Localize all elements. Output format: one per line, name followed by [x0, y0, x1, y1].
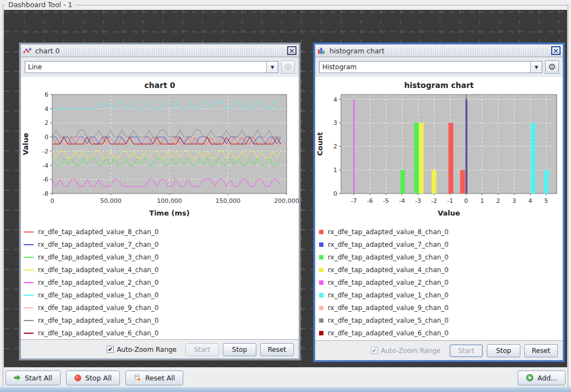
stop-all-label: Stop All — [85, 374, 112, 382]
line-chart-icon — [23, 47, 32, 54]
svg-text:-5: -5 — [383, 197, 389, 205]
svg-text:50,000: 50,000 — [100, 197, 122, 205]
svg-text:Value: Value — [438, 209, 460, 217]
auto-zoom-wrap: ✔ Auto-Zoom Range — [107, 346, 177, 354]
svg-text:-7: -7 — [351, 197, 357, 205]
legend-item: rx_dfe_tap_adapted_value_4_chan_0 — [315, 263, 563, 276]
close-button[interactable] — [551, 46, 561, 55]
svg-text:3: 3 — [512, 197, 516, 205]
svg-text:2: 2 — [333, 143, 337, 150]
svg-text:Time (ms): Time (ms) — [149, 209, 189, 217]
legend-item: rx_dfe_tap_adapted_value_9_chan_0 — [21, 301, 299, 314]
legend-swatch — [24, 333, 34, 334]
legend-swatch — [319, 268, 323, 272]
legend-label: rx_dfe_tap_adapted_value_3_chan_0 — [38, 253, 158, 261]
auto-zoom-checkbox[interactable]: ✔ — [107, 346, 114, 353]
stop-button[interactable]: Stop — [223, 343, 256, 356]
legend-label: rx_dfe_tap_adapted_value_5_chan_0 — [328, 317, 448, 324]
reset-button[interactable]: Reset — [260, 343, 294, 356]
chart-type-select[interactable]: Histogram ▼ — [319, 61, 542, 73]
legend-item: rx_dfe_tap_adapted_value_5_chan_0 — [315, 314, 563, 327]
svg-text:100,000: 100,000 — [157, 197, 182, 205]
stop-circle-icon — [74, 374, 81, 382]
svg-text:4: 4 — [45, 106, 48, 113]
chevron-down-icon[interactable]: ▼ — [530, 62, 542, 73]
svg-text:3: 3 — [333, 119, 337, 126]
legend-label: rx_dfe_tap_adapted_value_7_chan_0 — [38, 241, 158, 249]
svg-text:-3: -3 — [415, 197, 421, 205]
reset-button[interactable]: Reset — [524, 344, 558, 357]
svg-text:-4: -4 — [399, 197, 405, 205]
svg-text:-6: -6 — [367, 197, 373, 205]
add-button[interactable]: Add... — [518, 371, 565, 385]
svg-text:Count: Count — [316, 132, 324, 156]
legend-item: rx_dfe_tap_adapted_value_4_chan_0 — [21, 263, 299, 276]
titlebar-texture — [64, 47, 282, 54]
legend-swatch — [24, 269, 34, 270]
chart-type-select[interactable]: Line ▼ — [25, 61, 278, 73]
gear-icon: ⚙ — [548, 63, 556, 71]
start-all-button[interactable]: Start All — [6, 371, 61, 385]
legend-swatch — [319, 280, 323, 285]
svg-text:0: 0 — [51, 197, 54, 205]
svg-text:2: 2 — [45, 119, 48, 126]
legend-item: rx_dfe_tap_adapted_value_1_chan_0 — [315, 289, 563, 301]
legend-item: rx_dfe_tap_adapted_value_8_chan_0 — [21, 225, 299, 238]
legend-item: rx_dfe_tap_adapted_value_2_chan_0 — [315, 276, 563, 289]
chevron-down-icon[interactable]: ▼ — [266, 62, 278, 73]
svg-text:Value: Value — [21, 132, 30, 155]
start-all-label: Start All — [25, 374, 52, 382]
line-chart-plot[interactable]: 050,000100,000150,000200,0006420-2-4-6-8… — [21, 92, 299, 220]
chart-title: histogram chart — [315, 77, 563, 92]
histogram-plot[interactable]: -7-6-5-4-3-2-101234501234ValueCount — [315, 92, 563, 220]
svg-text:1: 1 — [480, 197, 484, 205]
frame-histogram-titlebar[interactable]: histogram chart — [315, 45, 563, 57]
add-plus-icon — [526, 374, 534, 382]
reset-database-icon — [134, 374, 141, 382]
legend-swatch — [24, 307, 34, 308]
frame-chart0-titlebar[interactable]: chart 0 — [21, 45, 299, 57]
legend-label: rx_dfe_tap_adapted_value_5_chan_0 — [38, 317, 158, 324]
reset-all-label: Reset All — [145, 374, 175, 382]
svg-text:-2: -2 — [42, 148, 48, 155]
chart0-panel: chart 0 050,000100,000150,000200,0006420… — [21, 77, 299, 358]
start-button: Start — [449, 344, 483, 357]
legend-item: rx_dfe_tap_adapted_value_6_chan_0 — [315, 327, 563, 339]
legend-swatch — [319, 306, 323, 310]
svg-text:4: 4 — [528, 197, 532, 205]
legend-swatch — [319, 255, 323, 260]
svg-text:0: 0 — [45, 134, 48, 141]
legend-label: rx_dfe_tap_adapted_value_2_chan_0 — [328, 279, 448, 286]
legend-swatch — [24, 244, 34, 245]
reset-all-button[interactable]: Reset All — [125, 371, 183, 385]
auto-zoom-label: Auto-Zoom Range — [381, 347, 441, 355]
svg-text:5: 5 — [545, 197, 548, 205]
legend-swatch — [24, 257, 34, 258]
legend-swatch — [24, 320, 34, 321]
frame-chart0-toolbar: Line ▼ ⚙ — [21, 57, 299, 77]
stop-button[interactable]: Stop — [487, 344, 520, 357]
stop-all-button[interactable]: Stop All — [66, 371, 120, 385]
legend-label: rx_dfe_tap_adapted_value_4_chan_0 — [38, 266, 158, 274]
frame-histogram: histogram chart Histogram ▼ ⚙ histogram … — [314, 43, 564, 362]
settings-button[interactable]: ⚙ — [545, 60, 559, 74]
legend-label: rx_dfe_tap_adapted_value_8_chan_0 — [328, 228, 448, 236]
legend-item: rx_dfe_tap_adapted_value_7_chan_0 — [315, 238, 563, 251]
auto-zoom-wrap: ✔ Auto-Zoom Range — [371, 347, 441, 355]
add-label: Add... — [537, 374, 557, 382]
svg-text:-4: -4 — [42, 162, 48, 169]
close-button[interactable] — [287, 46, 297, 55]
legend-label: rx_dfe_tap_adapted_value_6_chan_0 — [328, 329, 448, 337]
frame-histogram-toolbar: Histogram ▼ ⚙ — [315, 57, 563, 77]
window-bottom-edge — [0, 387, 571, 392]
window-title: Dashboard Tool - 1 — [6, 1, 75, 9]
frame-title: chart 0 — [35, 47, 59, 55]
legend-swatch — [319, 242, 323, 247]
svg-text:-2: -2 — [431, 197, 437, 205]
histogram-panel: histogram chart -7-6-5-4-3-2-10123450123… — [315, 77, 563, 360]
legend-item: rx_dfe_tap_adapted_value_9_chan_0 — [315, 301, 563, 314]
svg-text:0: 0 — [464, 197, 468, 205]
auto-zoom-checkbox: ✔ — [371, 347, 378, 354]
chart0-controls: ✔ Auto-Zoom Range Start Stop Reset — [21, 339, 299, 358]
titlebar-texture — [389, 47, 546, 54]
